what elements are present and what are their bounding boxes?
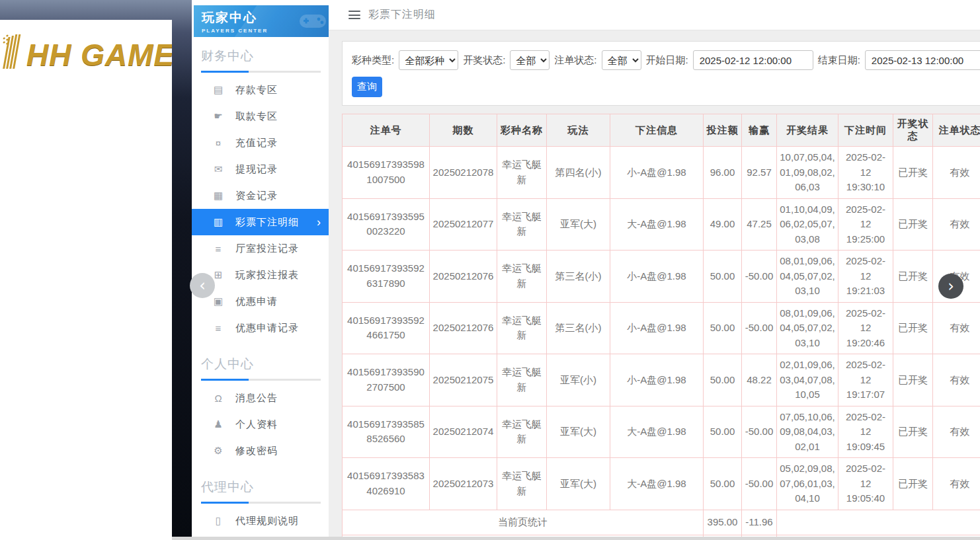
table-cell: 已开奖 bbox=[893, 354, 933, 406]
gamepad-icon bbox=[298, 11, 327, 30]
column-header: 期数 bbox=[430, 114, 497, 147]
table-cell: 20250212075 bbox=[430, 354, 497, 406]
summary-bet-amount: 395.00 bbox=[704, 510, 742, 535]
table-cell: 第三名(小) bbox=[547, 302, 610, 354]
scroll-right-button[interactable]: › bbox=[938, 274, 963, 299]
table-cell: 92.57 bbox=[742, 147, 777, 199]
sidebar-item[interactable]: ¤充值记录 bbox=[192, 130, 329, 156]
table-cell: 第四名(小) bbox=[547, 147, 610, 199]
sidebar-item[interactable]: ♟个人资料 bbox=[192, 411, 329, 438]
table-cell: 20250212074 bbox=[430, 406, 497, 458]
table-cell: 小-A盘@1.98 bbox=[610, 302, 704, 354]
table-cell: 2025-02-12 19:30:10 bbox=[838, 147, 893, 199]
sidebar-item-label: 优惠申请 bbox=[235, 295, 278, 308]
column-header: 注单状态 bbox=[933, 114, 980, 147]
sidebar-item[interactable]: ▯代理规则说明 bbox=[192, 508, 329, 534]
start-date-input[interactable] bbox=[693, 50, 813, 70]
draw-status-select[interactable]: 全部 bbox=[510, 50, 550, 70]
table-cell: 已开奖 bbox=[893, 198, 933, 251]
table-row: 40156917393592631789020250212076幸运飞艇新第三名… bbox=[343, 251, 980, 303]
lottery-type-label: 彩种类型: bbox=[352, 54, 394, 67]
table-cell: 401569173935924661750 bbox=[343, 302, 430, 354]
summary-label: 当前页统计 bbox=[343, 510, 704, 535]
column-header: 注单号 bbox=[343, 114, 430, 147]
column-header: 开奖状态 bbox=[893, 114, 933, 147]
withdraw-hand-icon: ☛ bbox=[212, 110, 225, 122]
table-cell: 20250212073 bbox=[430, 458, 497, 510]
table-cell: 401569173935926317890 bbox=[343, 251, 430, 303]
sidebar-item-label: 个人资料 bbox=[235, 418, 278, 431]
sidebar-item-label: 取款专区 bbox=[235, 110, 278, 123]
sidebar: 玩家中心 PLAYERS CENTER 财务中心▤存款专区☛取款专区¤充值记录✉… bbox=[192, 0, 329, 540]
column-header: 玩法 bbox=[547, 114, 610, 147]
draw-status-label: 开奖状态: bbox=[463, 54, 505, 67]
table-cell: 幸运飞艇新 bbox=[497, 354, 547, 406]
sidebar-item[interactable]: ✉提现记录 bbox=[192, 156, 329, 182]
table-cell: 有效 bbox=[933, 406, 980, 458]
table-cell: 05,02,09,08,07,06,01,03,04,10 bbox=[777, 458, 838, 510]
wallet-icon: ▦ bbox=[212, 190, 225, 202]
sidebar-item-label: 优惠申请记录 bbox=[235, 322, 299, 334]
sidebar-item[interactable]: ⚙修改密码 bbox=[192, 438, 329, 464]
horizontal-scrollbar[interactable] bbox=[172, 537, 980, 540]
table-cell: 已开奖 bbox=[893, 251, 933, 303]
deposit-card-icon: ▤ bbox=[212, 84, 225, 96]
sidebar-item[interactable]: Ω消息公告 bbox=[192, 385, 329, 411]
query-button[interactable]: 查询 bbox=[352, 77, 382, 97]
sidebar-item[interactable]: ☛取款专区 bbox=[192, 103, 329, 130]
sidebar-item[interactable]: ▥彩票下注明细› bbox=[192, 209, 329, 235]
table-cell: 有效 bbox=[933, 354, 980, 406]
bet-status-select[interactable]: 全部 bbox=[602, 50, 641, 70]
sidebar-item-label: 资金记录 bbox=[235, 190, 278, 202]
sidebar-item[interactable]: ▤存款专区 bbox=[192, 77, 329, 103]
sidebar-item[interactable]: ▦资金记录 bbox=[192, 182, 329, 209]
list-icon: ≡ bbox=[212, 323, 225, 334]
table-cell: 幸运飞艇新 bbox=[497, 198, 547, 251]
table-cell: 2025-02-12 19:09:45 bbox=[838, 406, 893, 458]
table-body: 40156917393598100750020250212078幸运飞艇新第四名… bbox=[343, 147, 980, 540]
collapse-sidebar-button[interactable]: ‹ bbox=[190, 273, 215, 298]
table-row: 40156917393592466175020250212076幸运飞艇新第三名… bbox=[343, 302, 980, 354]
table-cell: 小-A盘@1.98 bbox=[610, 251, 704, 303]
table-cell: 20250212078 bbox=[430, 147, 497, 199]
bet-status-label: 注单状态: bbox=[554, 54, 596, 67]
table-cell: 亚军(小) bbox=[547, 354, 610, 406]
section-title: 财务中心 bbox=[201, 48, 321, 73]
sidebar-item-label: 提现记录 bbox=[235, 163, 278, 176]
table-cell: 401569173935950023220 bbox=[343, 198, 430, 251]
page-title: 彩票下注明细 bbox=[368, 8, 436, 22]
table-cell: 有效 bbox=[933, 302, 980, 354]
table-cell: 有效 bbox=[933, 458, 980, 510]
table-cell: 幸运飞艇新 bbox=[497, 302, 547, 354]
table-cell: 401569173935858526560 bbox=[343, 406, 430, 458]
main-area: 彩票下注明细 彩种类型: 全部彩种 开奖状态: 全部 注单状态: 全部 开始日期… bbox=[329, 0, 980, 540]
table-cell: 亚军(大) bbox=[547, 198, 610, 251]
topbar: 彩票下注明细 bbox=[329, 0, 980, 30]
table-cell: 47.25 bbox=[742, 198, 777, 251]
table-cell: 20250212077 bbox=[430, 198, 497, 251]
sidebar-item-label: 玩家投注报表 bbox=[235, 269, 299, 282]
brand-logo-text: HH GAME bbox=[26, 37, 172, 73]
table-cell: -50.00 bbox=[742, 458, 777, 510]
end-date-label: 结束日期: bbox=[818, 54, 860, 67]
table-cell: 幸运飞艇新 bbox=[497, 458, 547, 510]
list-doc-icon: ▥ bbox=[212, 216, 225, 228]
logo-stripes-decoration bbox=[3, 32, 25, 73]
table-cell: 已开奖 bbox=[893, 458, 933, 510]
chevron-right-icon: › bbox=[317, 216, 321, 228]
lottery-type-select[interactable]: 全部彩种 bbox=[399, 50, 458, 70]
content: 彩种类型: 全部彩种 开奖状态: 全部 注单状态: 全部 开始日期: 结束日期:… bbox=[329, 30, 980, 540]
table-row: 40156917393583402691020250212073幸运飞艇新亚军(… bbox=[343, 458, 980, 510]
column-header: 下注信息 bbox=[610, 114, 704, 147]
summary-row: 当前页统计395.00-11.96 bbox=[343, 510, 980, 535]
menu-toggle-icon[interactable] bbox=[348, 11, 360, 19]
sidebar-item[interactable]: ≡厅室投注记录 bbox=[192, 235, 329, 262]
table-cell: 幸运飞艇新 bbox=[497, 251, 547, 303]
start-date-label: 开始日期: bbox=[646, 54, 688, 67]
report-chart-icon: ⊞ bbox=[212, 269, 225, 281]
table-cell: 大-A盘@1.98 bbox=[610, 458, 704, 510]
end-date-input[interactable] bbox=[865, 50, 980, 70]
sidebar-item[interactable]: ≡优惠申请记录 bbox=[192, 315, 329, 341]
filter-panel: 彩种类型: 全部彩种 开奖状态: 全部 注单状态: 全部 开始日期: 结束日期:… bbox=[342, 41, 980, 106]
table-cell: 有效 bbox=[933, 198, 980, 251]
